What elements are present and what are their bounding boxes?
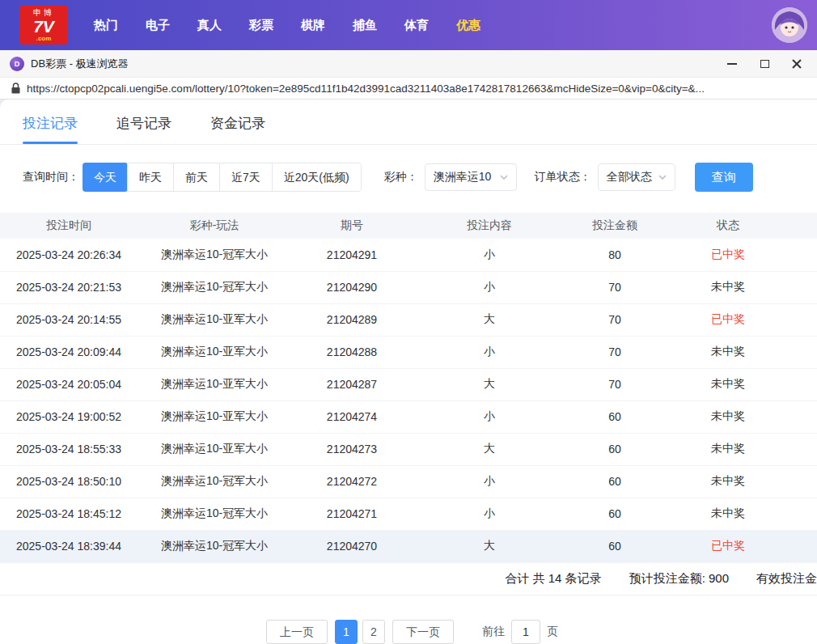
cell-game: 澳洲幸运10-亚军大小 [138,336,291,368]
nav-item[interactable]: 彩票 [248,13,275,38]
goto-page: 前往 页 [482,620,558,644]
cell-content: 小 [413,271,566,303]
header-content: 投注内容 [413,213,566,239]
cell-issue: 21204274 [291,400,413,433]
cell-issue: 21204290 [291,271,413,303]
cell-time: 2025-03-24 20:09:44 [0,336,138,368]
url-text[interactable]: https://ctopcp02pcali.uengi5e.com/lotter… [27,83,705,95]
cell-content: 大 [413,530,566,562]
table-row: 2025-03-24 18:45:12澳洲幸运10-冠军大小21204271小6… [0,498,817,530]
cell-content: 小 [413,498,566,530]
cell-time: 2025-03-24 20:26:34 [0,239,138,271]
page-number[interactable]: 2 [362,620,385,644]
tab-bet-records[interactable]: 投注记录 [23,114,78,144]
nav-item[interactable]: 体育 [403,13,430,38]
site-logo[interactable]: 申博 7V .com [19,6,68,44]
header-amount: 投注金额 [566,213,663,239]
order-status-value: 全部状态 [607,170,652,184]
nav-item[interactable]: 优惠 [455,13,482,38]
nav-item[interactable]: 棋牌 [299,13,327,38]
time-option[interactable]: 近7天 [219,163,272,191]
nav-item[interactable]: 真人 [196,13,223,38]
goto-suffix: 页 [547,625,558,639]
browser-urlbar[interactable]: https://ctopcp02pcali.uengi5e.com/lotter… [0,78,817,100]
cell-amount: 80 [566,239,663,271]
cell-issue: 21204270 [291,530,413,562]
prev-page-button[interactable]: 上一页 [266,620,328,644]
goto-page-input[interactable] [511,620,540,644]
minimize-icon[interactable] [726,58,738,70]
cell-status: 未中奖 [663,498,817,530]
time-option[interactable]: 前天 [173,163,219,191]
cell-status: 未中奖 [663,336,817,368]
cell-time: 2025-03-24 18:45:12 [0,498,138,530]
maximize-icon[interactable] [759,58,770,70]
user-avatar[interactable] [772,7,807,43]
tab-chase-records[interactable]: 追号记录 [116,114,171,144]
next-page-button[interactable]: 下一页 [392,620,454,644]
table-row: 2025-03-24 20:26:34澳洲幸运10-冠军大小21204291小8… [0,239,817,271]
cell-amount: 60 [566,498,663,530]
summary-total: 合计 共 14 条记录 [505,571,601,587]
time-option[interactable]: 昨天 [127,163,173,191]
time-option[interactable]: 今天 [83,163,128,192]
table-header: 投注时间 彩种-玩法 期号 投注内容 投注金额 状态 [0,213,817,239]
table-row: 2025-03-24 20:14:55澳洲幸运10-亚军大小21204289大7… [0,303,817,336]
cell-game: 澳洲幸运10-亚军大小 [138,400,291,433]
cell-time: 2025-03-24 20:21:53 [0,271,138,303]
cell-amount: 70 [566,336,663,368]
cell-game: 澳洲幸运10-冠军大小 [138,271,291,303]
cell-status: 已中奖 [663,530,817,562]
cell-game: 澳洲幸运10-冠军大小 [138,530,291,562]
logo-text-cn: 申博 [33,9,54,17]
pagination: 上一页 12 下一页 前往 页 [0,620,817,644]
browser-titlebar: D DB彩票 - 极速浏览器 [0,50,817,78]
cell-time: 2025-03-24 18:55:33 [0,433,138,465]
cell-time: 2025-03-24 20:05:04 [0,368,138,400]
logo-text-com: .com [36,36,52,42]
cell-content: 小 [413,336,566,368]
time-option[interactable]: 近20天(低频) [272,163,361,191]
order-status-select[interactable]: 全部状态 [598,163,675,191]
time-filter-label: 查询时间： [23,170,79,184]
page-number[interactable]: 1 [335,620,358,644]
nav-item[interactable]: 热门 [92,13,120,38]
table-row: 2025-03-24 20:05:04澳洲幸运10-亚军大小21204287大7… [0,368,817,400]
time-filter-group: 今天昨天前天近7天近20天(低频) [83,163,362,192]
nav-item[interactable]: 捕鱼 [351,13,379,38]
cell-issue: 21204272 [291,465,413,498]
cell-amount: 60 [566,433,663,465]
table-row: 2025-03-24 20:21:53澳洲幸运10-冠军大小21204290小7… [0,271,817,303]
header-issue: 期号 [291,213,413,239]
site-topnav: 申博 7V .com 热门电子真人彩票棋牌捕鱼体育优惠 [0,0,817,50]
header-game: 彩种-玩法 [138,213,291,239]
avatar-image [772,7,807,43]
tab-fund-records[interactable]: 资金记录 [210,114,265,144]
nav-item[interactable]: 电子 [144,13,171,38]
page-background: 投注记录 追号记录 资金记录 查询时间： 今天昨天前天近7天近20天(低频) 彩… [0,100,817,644]
cell-content: 小 [413,465,566,498]
logo-text-7v: 7V [33,18,54,35]
lock-icon [11,83,20,94]
cell-game: 澳洲幸运10-冠军大小 [138,498,291,530]
lottery-filter-label: 彩种： [384,170,418,184]
screen: 申博 7V .com 热门电子真人彩票棋牌捕鱼体育优惠 D DB彩票 - 极速浏… [0,0,817,644]
cell-amount: 60 [566,400,663,433]
close-icon[interactable] [791,58,802,70]
cell-content: 小 [413,400,566,433]
table-row: 2025-03-24 18:50:10澳洲幸运10-冠军大小21204272小6… [0,465,817,498]
status-filter-label: 订单状态： [535,170,591,184]
cell-time: 2025-03-24 18:39:44 [0,530,138,562]
chevron-down-icon [658,175,667,180]
page-numbers: 12 [335,620,385,644]
query-button[interactable]: 查询 [695,163,753,192]
filter-bar: 查询时间： 今天昨天前天近7天近20天(低频) 彩种： 澳洲幸运10 订单状态：… [23,163,794,192]
lottery-select-value: 澳洲幸运10 [434,170,492,184]
cell-game: 澳洲幸运10-冠军大小 [138,465,291,498]
cell-issue: 21204273 [291,433,413,465]
cell-amount: 70 [566,303,663,336]
main-nav: 热门电子真人彩票棋牌捕鱼体育优惠 [92,13,482,38]
cell-amount: 70 [566,368,663,400]
cell-amount: 70 [566,271,663,303]
lottery-select[interactable]: 澳洲幸运10 [425,163,517,191]
